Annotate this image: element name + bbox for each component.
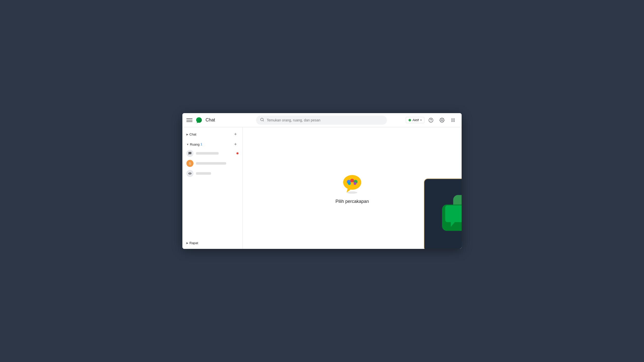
- ruang-section-header[interactable]: ▼ Ruang 1 +: [182, 140, 243, 148]
- svg-point-21: [348, 182, 351, 185]
- ruang-section-arrow: ▼: [186, 143, 189, 146]
- hamburger-icon[interactable]: [186, 117, 192, 123]
- status-badge[interactable]: Aktif ▾: [406, 117, 424, 123]
- status-dot: [409, 119, 411, 121]
- search-bar[interactable]: [256, 116, 387, 125]
- chat-section-label: Chat: [189, 132, 196, 136]
- ruang-item-2[interactable]: S: [182, 158, 243, 168]
- chat-section-title: ▶ Chat: [186, 132, 196, 136]
- ruang-item-1-text: [196, 152, 219, 155]
- ruang-item-3-text: [196, 172, 211, 175]
- svg-point-7: [453, 118, 453, 119]
- tooltip-popup: [424, 178, 462, 249]
- chat-bubble-avatar: [186, 150, 193, 157]
- svg-point-6: [451, 118, 452, 119]
- ruang-item-1[interactable]: [182, 148, 243, 158]
- chat-section: ▶ Chat +: [182, 129, 243, 139]
- rapat-section-title: ▶ Rapat: [186, 241, 198, 245]
- gchat-logo-large: [436, 191, 462, 239]
- ruang-item-2-avatar: S: [186, 160, 193, 167]
- search-input[interactable]: [267, 118, 383, 122]
- apps-button[interactable]: [449, 116, 458, 125]
- sidebar: ▶ Chat + ▼ Ruang 1 +: [182, 127, 243, 249]
- eye-avatar: [186, 170, 193, 177]
- svg-line-2: [263, 120, 264, 121]
- ruang-badge: 1: [200, 143, 202, 146]
- rapat-section-label: Rapat: [189, 241, 198, 245]
- google-chat-logo-small: [195, 117, 203, 124]
- ruang-add-button[interactable]: +: [232, 141, 238, 147]
- search-icon: [260, 118, 264, 123]
- header-right: Aktif ▾: [406, 116, 458, 125]
- rapat-section-arrow: ▶: [186, 242, 188, 244]
- ruang-section-title: ▼ Ruang 1: [186, 143, 202, 146]
- svg-point-23: [347, 191, 357, 194]
- svg-point-5: [441, 119, 443, 121]
- body: ▶ Chat + ▼ Ruang 1 +: [182, 127, 462, 249]
- sidebar-spacer: [182, 179, 243, 239]
- chat-section-header[interactable]: ▶ Chat +: [182, 130, 243, 138]
- svg-point-11: [454, 120, 455, 120]
- svg-point-9: [451, 120, 452, 120]
- svg-point-22: [354, 182, 356, 185]
- svg-point-14: [454, 121, 455, 122]
- rapat-section: ▶ Rapat: [182, 239, 243, 247]
- chevron-down-icon: ▾: [420, 119, 422, 121]
- svg-point-8: [454, 118, 455, 119]
- svg-point-18: [350, 178, 354, 183]
- header-title: Chat: [206, 117, 215, 123]
- ruang-section-label: Ruang: [190, 143, 199, 146]
- help-button[interactable]: [426, 116, 435, 125]
- header: Chat Aktif ▾: [182, 113, 462, 127]
- rapat-section-header[interactable]: ▶ Rapat: [182, 240, 243, 246]
- empty-state: Pilih percakapan: [335, 172, 369, 204]
- chat-add-button[interactable]: +: [232, 131, 238, 137]
- chat-section-arrow: ▶: [186, 133, 188, 136]
- app-window: Chat Aktif ▾: [182, 113, 462, 249]
- ruang-item-2-text: [196, 162, 226, 165]
- unread-dot: [236, 152, 238, 154]
- ruang-item-3[interactable]: [182, 168, 243, 178]
- ruang-section: ▼ Ruang 1 +: [182, 139, 243, 179]
- svg-point-12: [451, 121, 452, 122]
- status-label: Aktif: [413, 118, 419, 122]
- header-left: Chat: [186, 117, 247, 124]
- svg-point-13: [453, 121, 453, 122]
- svg-point-20: [350, 182, 354, 186]
- settings-button[interactable]: [437, 116, 447, 125]
- empty-state-text: Pilih percakapan: [335, 199, 369, 204]
- empty-state-icon: [341, 172, 364, 195]
- svg-point-10: [453, 120, 453, 120]
